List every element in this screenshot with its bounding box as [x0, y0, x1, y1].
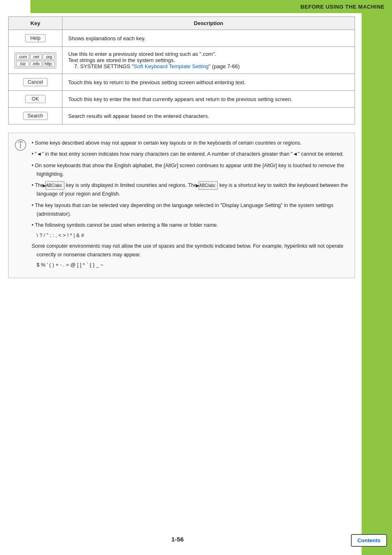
table-row: Search Search results will appear based … — [9, 108, 355, 124]
header-bar: BEFORE USING THE MACHINE — [30, 0, 392, 13]
main-content: Key Description Help Shows explanations … — [8, 16, 355, 278]
net-key: .net — [30, 54, 42, 60]
ok-key: OK — [25, 95, 46, 103]
symbols-note: Some computer environments may not allow… — [37, 242, 348, 260]
side-stripe — [362, 0, 392, 555]
key-cell-search: Search — [9, 108, 62, 124]
abc-key-inline: ▶ABC/abc — [45, 181, 65, 190]
page-number: 1-56 — [0, 536, 355, 543]
key-cell-cancel: Cancel — [9, 74, 62, 91]
note-item: "◄" in the text entry screen indicates h… — [32, 150, 348, 159]
biz-key: .biz — [16, 61, 29, 67]
desc-cell-search: Search results will appear based on the … — [62, 108, 355, 124]
com-key: .com — [16, 54, 29, 60]
desc-cell-help: Shows explanations of each key. — [62, 30, 355, 47]
table-row: Cancel Touch this key to return to the p… — [9, 74, 355, 91]
table-row: OK Touch this key to enter the text that… — [9, 91, 355, 108]
help-key: Help — [25, 34, 46, 42]
table-row: .com .net .org .biz .info http: Use this… — [9, 47, 355, 74]
cancel-key: Cancel — [23, 78, 47, 86]
symbols-block-1: \ ? / " ; : , < > ! * | & # — [42, 231, 348, 240]
key-table: Key Description Help Shows explanations … — [8, 16, 355, 124]
url-key-grid: .com .net .org .biz .info http: — [14, 52, 56, 69]
note-icon — [14, 139, 27, 151]
abc-key-inline2: ▶ABC/abc — [198, 181, 218, 190]
note-item: The following symbols cannot be used whe… — [32, 221, 348, 269]
note-box: Some keys described above may not appear… — [8, 133, 355, 278]
help-description: Shows explanations of each key. — [68, 35, 145, 41]
note-item: The ▶ABC/abc key is only displayed in li… — [32, 181, 348, 199]
search-key: Search — [23, 112, 48, 120]
key-cell-ok: OK — [9, 91, 62, 108]
col-header-desc: Description — [62, 17, 355, 30]
key-cell-url: .com .net .org .biz .info http: — [9, 47, 62, 74]
search-description: Search results will appear based on the … — [68, 113, 209, 119]
contents-button[interactable]: Contents — [351, 534, 387, 547]
key-cell-help: Help — [9, 30, 62, 47]
http-key: http: — [43, 61, 55, 67]
note-item: Some keys described above may not appear… — [32, 139, 348, 147]
ok-description: Touch this key to enter the text that cu… — [68, 96, 293, 102]
desc-cell-url: Use this to enter a previously stored te… — [62, 47, 355, 74]
note-item: The key layouts that can be selected var… — [32, 201, 348, 219]
soft-keyboard-link[interactable]: Soft Keyboard Template Setting — [134, 63, 209, 69]
header-title: BEFORE USING THE MACHINE — [300, 4, 385, 10]
note-item: On some keyboards that show the English … — [32, 161, 348, 179]
info-key: .info — [30, 61, 42, 67]
cancel-description: Touch this key to return to the previous… — [68, 79, 245, 85]
desc-cell-cancel: Touch this key to return to the previous… — [62, 74, 355, 91]
notes-list: Some keys described above may not appear… — [32, 139, 348, 269]
org-key: .org — [43, 54, 55, 60]
table-row: Help Shows explanations of each key. — [9, 30, 355, 47]
symbols-block-2: $ % ' ( ) + - . = @ [ ] ^ ` { } _ ~ — [42, 261, 348, 269]
desc-cell-ok: Touch this key to enter the text that cu… — [62, 91, 355, 108]
col-header-key: Key — [9, 17, 62, 30]
